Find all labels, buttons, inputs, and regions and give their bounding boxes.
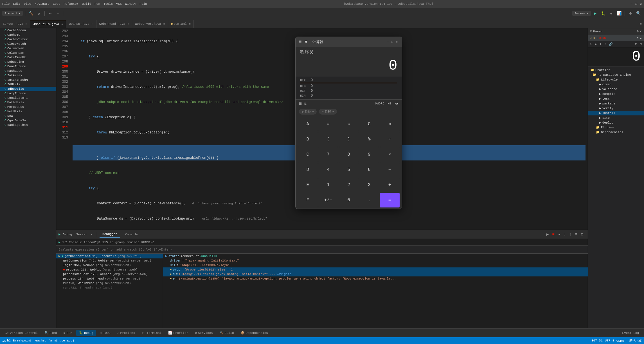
server-dropdown[interactable]: Server ▾ [572, 11, 591, 16]
debug-settings-btn[interactable]: ⚙ [580, 231, 584, 237]
calc-bitshift-btn[interactable]: ⇔ 位移 ▾ [319, 109, 337, 115]
calc-btn-7[interactable]: 7 [318, 147, 338, 162]
calc-btn-6[interactable]: 6 [359, 162, 379, 177]
calc-btn-4[interactable]: 4 [318, 162, 338, 177]
calc-btn-1[interactable]: 1 [318, 178, 338, 192]
maven-validate-item[interactable]: ▶ validate [588, 87, 644, 91]
maven-deploy-item[interactable]: ▶ deploy [588, 120, 644, 125]
calc-btn-3[interactable]: 3 [359, 178, 379, 192]
menu-file[interactable]: File [2, 2, 10, 6]
file-item-datetimeut[interactable]: C DateTimeUt [0, 55, 56, 60]
debug-var-static[interactable]: ▶ static members of JdbcUtils [163, 254, 588, 258]
bottom-tab-find[interactable]: 🔍 Find [42, 330, 60, 336]
tab-webserver-close[interactable]: ✕ [163, 22, 165, 26]
maven-expand-all-btn[interactable]: ⊞ [634, 42, 638, 46]
title-window-controls[interactable]: ─ □ ✕ [631, 2, 642, 6]
calc-btn-C[interactable]: C [298, 147, 318, 162]
menu-window[interactable]: Window [125, 2, 136, 6]
calc-bitpos-btn[interactable]: ⊕ 位位 ▾ [299, 109, 317, 115]
calc-btn-percent[interactable]: % [359, 132, 379, 147]
file-item-ioutils[interactable]: C IOUtils [0, 82, 56, 87]
status-line-col[interactable]: 307:51 [591, 339, 603, 342]
debug-thread-4[interactable]: processRequest:170, WebApp (org.h2.serve… [56, 272, 163, 276]
debug-var-d[interactable]: ● d = (Class@1221) "class javax.naming.I… [163, 272, 588, 276]
debug-thread-3[interactable]: ■ process:211, WebApp (org.h2.server.web… [56, 267, 163, 272]
tab-server[interactable]: Server.java ✕ [0, 20, 30, 28]
expression-bar[interactable] [56, 246, 588, 254]
file-item-netutils[interactable]: C NetUtils [0, 109, 56, 114]
calc-btn-B[interactable]: B [298, 132, 318, 147]
tab-webserver[interactable]: WebServer.java ✕ [132, 20, 168, 28]
calc-btn-close-paren[interactable]: ) [339, 132, 359, 147]
file-item-debugging[interactable]: C Debugging [0, 60, 56, 64]
file-item-cachewriter[interactable]: C CacheWriter [0, 37, 56, 42]
menu-tools[interactable]: Tools [103, 2, 113, 6]
debug-thread-1[interactable]: getConnection:742, WebServer (org.h2.ser… [56, 258, 163, 263]
calc-btn-divide[interactable]: ÷ [380, 132, 400, 147]
sync-btn[interactable]: ↻ [35, 10, 42, 17]
calc-btn-left-shift[interactable]: « [318, 117, 338, 131]
file-item-columnnam1[interactable]: C ColumnNam [0, 46, 56, 51]
calc-btn-open-paren[interactable]: ( [318, 132, 338, 147]
coverage-btn[interactable]: ◈ [608, 10, 614, 17]
calc-btn-9[interactable]: 9 [359, 147, 379, 162]
stop-btn[interactable]: ■ [551, 232, 556, 237]
maven-verify-item[interactable]: ▶ verify [588, 106, 644, 111]
file-item-mathutils[interactable]: C MathUtils [0, 100, 56, 105]
evaluate-btn[interactable]: = [574, 232, 578, 237]
calc-btn-plus[interactable]: + [380, 178, 400, 192]
grid-icon[interactable]: ⊞ [299, 101, 302, 106]
menu-view[interactable]: View [24, 2, 31, 6]
bottom-tab-debug[interactable]: 🐛 Debug [76, 330, 96, 336]
bottom-tab-problems[interactable]: ⚠ Problems [114, 330, 138, 336]
calc-btn-backspace[interactable]: ⌫ [380, 117, 400, 131]
bottom-tab-build[interactable]: 🔨 Build [217, 330, 237, 336]
maven-install-item[interactable]: ▶ install [588, 111, 644, 115]
calc-btn-minus[interactable]: − [380, 162, 400, 177]
minimize-icon[interactable]: ─ [631, 2, 632, 6]
calc-btn-2[interactable]: 2 [339, 178, 359, 192]
run-btn[interactable]: ▶ [592, 10, 599, 17]
calc-close-btn[interactable]: ✕ [395, 40, 398, 44]
maximize-icon[interactable]: □ [635, 2, 637, 6]
profile-btn[interactable]: 📊 [616, 10, 622, 17]
calc-btn-right-shift[interactable]: » [339, 117, 359, 131]
menu-navigate[interactable]: Navigate [35, 2, 49, 6]
bottom-tab-services[interactable]: ⚙ Services [192, 330, 215, 336]
debug-thread-7[interactable]: run:722, Thread (java.lang) [56, 285, 163, 290]
bottom-tab-version-control[interactable]: ⎇ Version Control [2, 330, 40, 336]
calc-menu-icon[interactable]: ≡ [299, 39, 302, 44]
arrows-icon[interactable]: ⇅ [304, 101, 307, 106]
debug-var-driver[interactable]: driver = "javax.naming.InitialContext" [163, 258, 588, 263]
bottom-tab-profiler[interactable]: 📈 Profiler [165, 330, 191, 336]
menu-build[interactable]: Build [82, 2, 91, 6]
maven-h2-item[interactable]: 📂 H2 Database Engine [588, 72, 644, 77]
calc-maximize-btn[interactable]: □ [391, 40, 394, 44]
file-item-package[interactable]: C package.htn [0, 123, 56, 127]
tab-jdbcutils-close[interactable]: ✕ [61, 23, 63, 26]
file-item-new[interactable]: C New [0, 114, 56, 118]
menu-help[interactable]: Help [140, 2, 147, 6]
mv-label[interactable]: M▾ [395, 102, 398, 106]
calc-btn-clear[interactable]: C [359, 117, 379, 131]
close-debug-icon[interactable]: ✕ [91, 233, 93, 236]
tab-settings-btn[interactable]: ≡ [637, 21, 644, 28]
tab-pom[interactable]: pom.xml ✕ [168, 20, 194, 28]
tab-webapp-close[interactable]: ✕ [92, 22, 93, 26]
navigate-link[interactable]: Navigate [276, 272, 291, 276]
calc-btn-dot[interactable]: . [359, 193, 379, 207]
calc-btn-equals[interactable]: = [380, 193, 400, 207]
search-btn[interactable]: 🔍 [635, 10, 642, 17]
debug-var-prop[interactable]: ● prop = (Properties@1802) size = 2 [163, 267, 588, 272]
tab-server-close[interactable]: ✕ [26, 22, 27, 26]
calc-btn-negate[interactable]: +/− [318, 193, 338, 207]
file-item-lazyfuture[interactable]: C LazyFuture [0, 91, 56, 96]
file-item-hashbase[interactable]: C HashBase [0, 69, 56, 73]
calc-btn-0[interactable]: 0 [339, 193, 359, 207]
settings-btn[interactable]: ⚙ [627, 10, 634, 17]
build-btn[interactable]: 🔨 [28, 10, 34, 17]
bottom-tab-todo[interactable]: ☐ TODO [97, 330, 113, 336]
file-item-cachetq[interactable]: C CacheTQ [0, 33, 56, 37]
maven-add-btn[interactable]: + [603, 42, 607, 46]
bottom-tab-terminal[interactable]: >_ Terminal [139, 330, 164, 336]
